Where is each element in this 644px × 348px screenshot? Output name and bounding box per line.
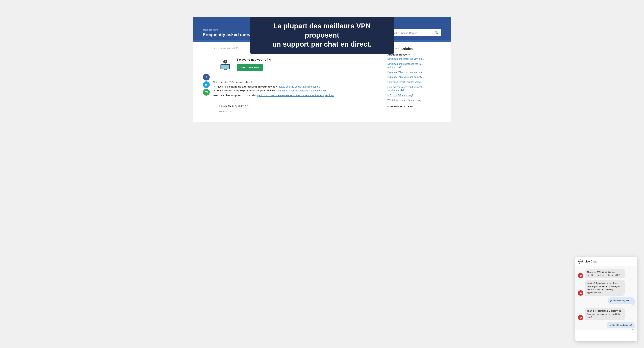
faq-item-trouble: Have trouble using ExpressVPN on your de… (217, 89, 381, 92)
email-icon[interactable] (203, 89, 210, 96)
svg-point-8 (225, 61, 226, 62)
chat-message-3: yeah sure thing, will do Me (578, 297, 634, 306)
faq-item-setup-prefix: Need help (217, 85, 229, 88)
twitter-icon[interactable] (203, 81, 210, 88)
msg-bubble-user-2: do I just hit end chat or? (606, 322, 634, 328)
promo-box: 5 ways to use your VPN See Them Now (213, 53, 381, 76)
related-link-0[interactable]: Download and install the VPN ap... (388, 57, 441, 61)
svg-rect-3 (224, 69, 227, 70)
annotation-banner: La plupart des meilleurs VPN proposent u… (250, 17, 394, 54)
agent-avatar-2 (578, 290, 583, 296)
facebook-icon[interactable] (203, 74, 210, 80)
faq-item-trouble-suffix: . (327, 89, 328, 92)
chat-header-left: 💬 Live Chat (578, 260, 596, 264)
faq-intro: Got a question? Get answers here! Need h… (213, 81, 381, 97)
chat-input[interactable] (578, 332, 635, 339)
svg-rect-11 (580, 293, 581, 293)
live-chat-suffix: . (334, 94, 334, 97)
promo-title: 5 ways to use your VPN (237, 58, 271, 62)
troubleshooting-link[interactable]: Please see the troubleshooting guides se… (276, 89, 327, 92)
jump-category: VPN BASICS (218, 110, 376, 113)
chat-messages: Thank you! With that, is there anything … (575, 266, 637, 330)
sidebar: Related Articles About ExpressVPN Downlo… (388, 47, 441, 117)
chat-message-2: You too! If you have some time to take a… (578, 280, 634, 296)
content-area: Last updated: March 5, 2021 (193, 42, 451, 122)
related-link-3[interactable]: ExpressVPN privacy and security... (388, 76, 441, 79)
chat-title: Live Chat (584, 260, 596, 263)
agent-avatar-3 (578, 315, 583, 320)
svg-rect-12 (580, 293, 581, 294)
jump-section: Jump to a question VPN BASICS (213, 100, 381, 117)
search-button[interactable]: 🔍 (435, 31, 438, 35)
related-link-1[interactable]: Download and upgrade to the lat...of Exp… (388, 62, 441, 69)
chat-message-4: Thanks for contacting ExpressVPN Support… (578, 308, 634, 320)
related-link-2[interactable]: ExpressVPN app vs. manual con... (388, 70, 441, 74)
msg-bubble-agent-2: You too! If you have some time to take a… (584, 280, 625, 296)
msg-label-user-1: Me (608, 304, 634, 306)
msg-bubble-user-1: yeah sure thing, will do (608, 297, 634, 304)
promo-button[interactable]: See Them Now (237, 64, 263, 71)
msg-bubble-agent-3: Thanks for contacting ExpressVPN Support… (584, 308, 625, 320)
svg-rect-14 (580, 318, 581, 318)
about-expressvpn-title: About ExpressVPN (388, 53, 441, 56)
svg-rect-9 (580, 276, 581, 276)
msg-bubble-agent-1: Thank you! With that, is there anything … (584, 269, 625, 278)
related-link-7[interactable]: What devices and platforms do y... (388, 98, 441, 102)
related-heading: Related Articles (388, 47, 441, 51)
chat-bubble-icon: 💬 (578, 260, 583, 264)
faq-item-trouble-prefix: Have (217, 89, 224, 92)
annotation-line2: un support par chat en direct. (272, 40, 372, 48)
chat-input-area (575, 330, 637, 341)
faq-item-setup: Need help setting up ExpressVPN on your … (217, 85, 381, 88)
faq-item-setup-suffix: . (319, 85, 320, 88)
chat-minimize-button[interactable]: — (626, 260, 630, 264)
annotation-line1: La plupart des meilleurs VPN proposent (273, 22, 371, 39)
agent-avatar-1 (578, 273, 583, 278)
related-link-5[interactable]: How many devices can I connect...simulta… (388, 86, 441, 92)
svg-rect-10 (580, 276, 581, 276)
related-link-6[interactable]: Is ExpressVPN working? (388, 94, 441, 97)
chat-header-right: — ✕ (626, 260, 634, 264)
faq-list: Need help setting up ExpressVPN on your … (217, 85, 381, 92)
svg-rect-2 (221, 65, 229, 68)
search-icon: 🔍 (435, 31, 438, 34)
live-chat-link[interactable]: get in touch with the ExpressVPN Support… (257, 94, 334, 97)
setup-tutorials-link[interactable]: Please see the setup tutorials section (278, 85, 319, 88)
faq-item-trouble-bold: trouble using ExpressVPN on your device? (224, 89, 275, 92)
social-bar (203, 47, 210, 96)
related-articles: Related Articles About ExpressVPN Downlo… (388, 47, 441, 108)
live-chat-text: You can also (242, 94, 257, 97)
live-chat-widget: 💬 Live Chat — ✕ Thank you! Wit (575, 257, 637, 341)
chat-message-5: do I just hit end chat or? Me (578, 322, 634, 330)
jump-title: Jump to a question (218, 104, 376, 108)
faq-item-setup-bold: setting up ExpressVPN on your device? (229, 85, 277, 88)
promo-text: 5 ways to use your VPN See Them Now (237, 58, 271, 71)
main-content: Last updated: March 5, 2021 (203, 47, 381, 117)
promo-icon (218, 58, 232, 71)
live-chat-note: Need live chat support? You can also get… (213, 94, 381, 97)
related-link-4[interactable]: How does Smart Location work? (388, 80, 441, 84)
chat-header: 💬 Live Chat — ✕ (575, 257, 637, 266)
chat-close-button[interactable]: ✕ (632, 260, 634, 264)
faq-intro-text: Got a question? Get answers here! (213, 81, 381, 84)
live-chat-bold: Need live chat support? (213, 94, 242, 97)
more-related-title: More Related Articles (388, 105, 441, 108)
chat-message-1: Thank you! With that, is there anything … (578, 269, 634, 278)
msg-label-user-2: Me (606, 329, 634, 330)
svg-rect-13 (580, 318, 581, 318)
